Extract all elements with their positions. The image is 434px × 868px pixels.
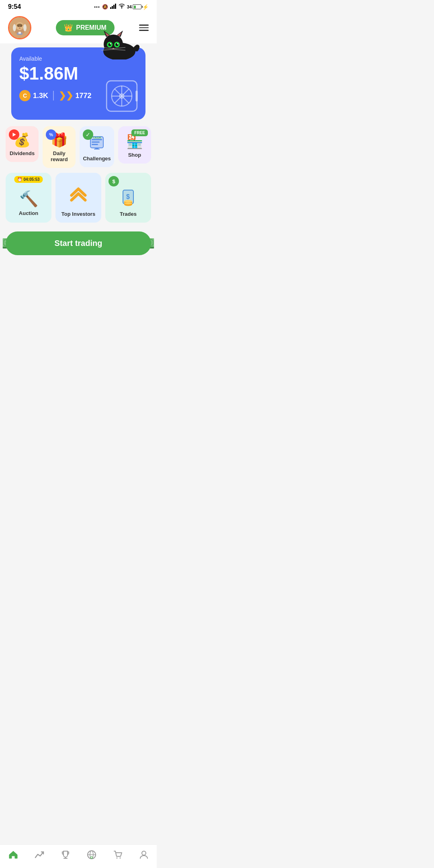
trades-label: Trades: [120, 211, 137, 217]
svg-point-10: [23, 24, 27, 31]
start-trading-button[interactable]: Start trading: [6, 231, 151, 255]
crown-icon: 👑: [64, 23, 73, 32]
svg-rect-48: [94, 149, 100, 149]
features-grid-2: ⏰ 04:05:53 🔨 Auction Top Investors $: [0, 170, 157, 225]
svg-point-12: [21, 26, 22, 27]
signal-icon: [110, 4, 117, 10]
svg-rect-2: [113, 5, 115, 9]
shop-label: Shop: [128, 152, 141, 158]
money-bg: 💵 Start trading 💵: [6, 231, 151, 255]
svg-point-27: [117, 43, 119, 45]
trades-card[interactable]: $ $ Trades: [105, 173, 151, 223]
svg-point-4: [121, 8, 122, 8]
daily-reward-label: Daily reward: [46, 150, 72, 162]
coins-stat: C 1.3K: [19, 90, 48, 101]
timer-badge: ⏰ 04:05:53: [14, 176, 43, 183]
dividends-card[interactable]: 💰 Dividends: [6, 126, 39, 162]
avatar-image: [9, 17, 30, 38]
auction-icon: 🔨: [19, 190, 38, 208]
dots-icon: •••: [94, 4, 100, 9]
status-bar: 9:54 ••• 🔕 34 ⚡: [0, 0, 157, 12]
top-investors-card[interactable]: Top Investors: [55, 173, 101, 223]
cat-decoration: [93, 27, 141, 63]
daily-reward-card[interactable]: % 🎁 Daily reward: [43, 126, 76, 168]
top-investors-label: Top Investors: [61, 211, 95, 217]
grid-4: 💰 Dividends % 🎁 Daily reward ✓: [6, 126, 151, 168]
svg-point-9: [13, 24, 16, 31]
svg-rect-34: [135, 91, 137, 102]
bolt-icon: ⚡: [142, 4, 149, 10]
svg-point-11: [18, 26, 19, 27]
arrows-icon: ❯❯: [59, 90, 73, 101]
safe-icon: [104, 78, 140, 114]
free-badge: FREE: [131, 129, 148, 136]
timer-value: 04:05:53: [23, 177, 39, 182]
svg-rect-15: [18, 32, 21, 34]
svg-text:TASK: TASK: [93, 136, 101, 139]
challenges-label: Challenges: [83, 156, 111, 162]
arrows-stat: ❯❯ 1772: [59, 90, 92, 101]
play-badge: [9, 129, 19, 140]
coins-value: 1.3K: [33, 92, 48, 100]
hero-banner: Available $1.86M C 1.3K ❯❯ 1772: [11, 47, 145, 120]
svg-point-26: [110, 43, 111, 45]
shop-card[interactable]: FREE 🏪 Shop: [118, 126, 151, 164]
challenges-card[interactable]: ✓ TASK Challenges: [80, 126, 114, 167]
dollar-badge: $: [108, 176, 119, 186]
avatar[interactable]: [8, 16, 31, 39]
battery-indicator: 34 ⚡: [127, 4, 149, 10]
battery-percent: 34: [127, 4, 132, 9]
svg-rect-46: [92, 144, 98, 145]
svg-point-57: [124, 200, 132, 203]
trades-icon: $: [118, 187, 138, 209]
top-investors-icon: [68, 185, 89, 209]
auction-label: Auction: [19, 210, 38, 216]
coin-icon: C: [19, 90, 31, 101]
arrows-value: 1772: [76, 92, 92, 100]
wifi-icon: [119, 4, 125, 10]
grid-3: ⏰ 04:05:53 🔨 Auction Top Investors $: [6, 173, 151, 223]
svg-rect-45: [92, 141, 100, 143]
svg-point-13: [19, 28, 20, 29]
svg-point-17: [104, 35, 123, 54]
status-icons: ••• 🔕 34 ⚡: [94, 4, 149, 10]
svg-marker-41: [13, 133, 16, 136]
dividends-label: Dividends: [10, 150, 35, 156]
start-trading-section: 💵 Start trading 💵: [0, 225, 157, 262]
auction-card[interactable]: ⏰ 04:05:53 🔨 Auction: [6, 173, 51, 223]
svg-rect-3: [115, 4, 116, 9]
status-time: 9:54: [8, 3, 21, 10]
svg-rect-0: [110, 7, 111, 9]
mute-icon: 🔕: [102, 4, 108, 10]
svg-rect-1: [112, 6, 113, 9]
svg-text:$: $: [126, 193, 130, 200]
features-grid-1: 💰 Dividends % 🎁 Daily reward ✓: [0, 124, 157, 170]
clock-icon: ⏰: [17, 177, 22, 182]
